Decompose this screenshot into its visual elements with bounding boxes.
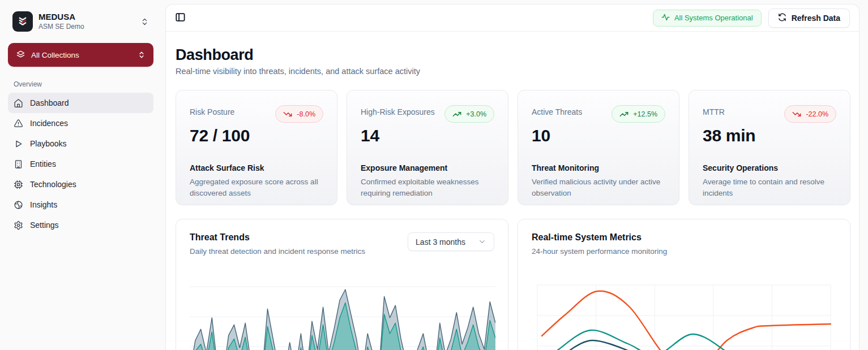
stat-subtitle: Security Operations: [703, 163, 836, 172]
delta-badge: -22.0%: [784, 105, 836, 123]
topbar: All Systems Operational Refresh Data: [166, 5, 859, 32]
stat-description: Average time to contain and resolve inci…: [703, 176, 836, 200]
sidebar-item-label: Technologies: [30, 180, 76, 189]
sidebar-item-label: Insights: [30, 200, 57, 209]
team-name: MEDUSA: [39, 12, 135, 21]
trending-up-icon: [452, 110, 461, 119]
status-badge[interactable]: All Systems Operational: [653, 10, 762, 27]
gear-icon: [14, 221, 23, 230]
stat-value: 38 min: [703, 126, 836, 145]
chart-title: Real-time System Metrics: [532, 232, 667, 243]
nav-section-label: Overview: [14, 80, 153, 88]
cpu-icon: [14, 180, 23, 189]
sidebar-item-entities[interactable]: Entities: [8, 154, 153, 174]
trending-down-icon: [792, 110, 801, 119]
delta-badge: +12.5%: [612, 105, 665, 123]
sidebar-item-playbooks[interactable]: Playbooks: [8, 133, 153, 154]
delta-value: -22.0%: [806, 110, 828, 118]
page-subtitle: Real-time visibility into threats, incid…: [176, 67, 850, 76]
refresh-button[interactable]: Refresh Data: [768, 8, 850, 28]
system-metrics-chart: [532, 267, 836, 350]
trending-down-icon: [283, 110, 292, 119]
panel-left-icon: [175, 12, 186, 24]
stat-label: Risk Posture: [190, 105, 234, 116]
stat-description: Verified malicious activity under active…: [532, 176, 665, 200]
stats-row: Risk Posture -8.0% 72 / 100 Attack Surfa…: [176, 90, 850, 205]
team-subtitle: ASM SE Demo: [39, 23, 135, 31]
chevron-down-icon: [478, 237, 486, 246]
range-select-value: Last 3 months: [416, 237, 465, 247]
sidebar-item-label: Entities: [30, 159, 56, 168]
threat-trends-chart: [190, 267, 494, 350]
sidebar-item-technologies[interactable]: Technologies: [8, 174, 153, 195]
building-icon: [14, 159, 23, 169]
stat-card-risk-posture: Risk Posture -8.0% 72 / 100 Attack Surfa…: [176, 90, 337, 205]
stat-card-high-risk-exposures: High-Risk Exposures +3.0% 14 Exposure Ma…: [347, 90, 508, 205]
chevrons-up-down-icon: [140, 18, 149, 26]
stat-value: 72 / 100: [190, 126, 323, 145]
stat-label: MTTR: [703, 105, 725, 116]
layers-icon: [16, 50, 25, 60]
delta-badge: -8.0%: [275, 105, 323, 123]
sidebar-nav: Dashboard Incidences Playbooks Entities: [8, 93, 153, 235]
stat-subtitle: Threat Monitoring: [532, 163, 665, 172]
page-title: Dashboard: [176, 46, 850, 64]
stat-card-mttr: MTTR -22.0% 38 min Security Operations A…: [689, 90, 850, 205]
sidebar-item-label: Dashboard: [30, 98, 69, 107]
stat-card-active-threats: Active Threats +12.5% 10 Threat Monitori…: [518, 90, 679, 205]
charts-row: Threat Trends Daily threat detection and…: [176, 219, 850, 350]
chevrons-up-down-icon: [138, 51, 146, 59]
medusa-chevrons-icon: [16, 15, 29, 28]
dashboard-content: Dashboard Real-time visibility into thre…: [166, 32, 859, 350]
main-panel: All Systems Operational Refresh Data Das…: [166, 5, 859, 350]
home-icon: [14, 98, 23, 108]
chart-subtitle: Daily threat detection and incident resp…: [190, 247, 365, 256]
stat-label: Active Threats: [532, 105, 582, 116]
refresh-button-label: Refresh Data: [792, 14, 840, 23]
alert-triangle-icon: [14, 119, 23, 128]
sidebar: MEDUSA ASM SE Demo All Collections Overv…: [0, 0, 161, 350]
delta-badge: +3.0%: [444, 105, 494, 123]
stat-label: High-Risk Exposures: [361, 105, 435, 116]
range-select[interactable]: Last 3 months: [408, 232, 494, 251]
system-metrics-card: Real-time System Metrics 24-hour system …: [518, 219, 850, 350]
stat-description: Confirmed exploitable weaknesses requiri…: [361, 176, 494, 200]
collections-selector[interactable]: All Collections: [8, 43, 153, 67]
medusa-logo: [12, 11, 33, 32]
stat-value: 10: [532, 126, 665, 145]
refresh-icon: [778, 13, 786, 23]
delta-value: -8.0%: [297, 110, 315, 118]
sidebar-item-settings[interactable]: Settings: [8, 215, 153, 235]
stat-subtitle: Exposure Management: [361, 163, 494, 172]
stat-value: 14: [361, 126, 494, 145]
sidebar-item-incidences[interactable]: Incidences: [8, 113, 153, 133]
sidebar-item-insights[interactable]: Insights: [8, 195, 153, 215]
chart-subtitle: 24-hour system performance monitoring: [532, 247, 667, 256]
sidebar-item-label: Settings: [30, 221, 59, 230]
stat-subtitle: Attack Surface Risk: [190, 163, 323, 172]
sidebar-item-dashboard[interactable]: Dashboard: [8, 93, 153, 113]
activity-icon: [661, 13, 670, 23]
collections-label: All Collections: [31, 51, 132, 59]
stat-description: Aggregated exposure score across all dis…: [190, 176, 323, 200]
sidebar-toggle-button[interactable]: [175, 12, 186, 24]
sidebar-item-label: Incidences: [30, 119, 68, 128]
brain-icon: [14, 200, 23, 210]
team-switcher[interactable]: MEDUSA ASM SE Demo: [8, 8, 153, 35]
delta-value: +3.0%: [466, 110, 486, 118]
app: MEDUSA ASM SE Demo All Collections Overv…: [0, 0, 868, 350]
sidebar-item-label: Playbooks: [30, 139, 67, 148]
chart-title: Threat Trends: [190, 232, 365, 243]
delta-value: +12.5%: [633, 110, 657, 118]
trending-up-icon: [619, 110, 628, 119]
play-icon: [14, 139, 23, 149]
status-badge-label: All Systems Operational: [674, 14, 753, 22]
threat-trends-card: Threat Trends Daily threat detection and…: [176, 219, 508, 350]
